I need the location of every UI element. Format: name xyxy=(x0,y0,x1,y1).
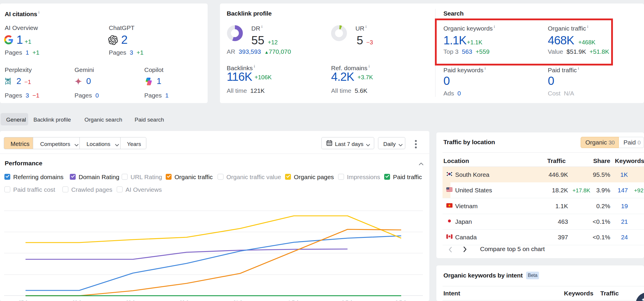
svg-text:31 Jan: 31 Jan xyxy=(233,300,247,301)
svg-text:1 Feb: 1 Feb xyxy=(288,300,300,301)
svg-text:28 Jan: 28 Jan xyxy=(72,300,86,301)
svg-text:3 Feb: 3 Feb xyxy=(395,300,407,301)
svg-text:27 Jan: 27 Jan xyxy=(19,300,33,301)
svg-text:29 Jan: 29 Jan xyxy=(126,300,140,301)
svg-text:30 Jan: 30 Jan xyxy=(180,300,194,301)
svg-text:2 Feb: 2 Feb xyxy=(342,300,353,301)
